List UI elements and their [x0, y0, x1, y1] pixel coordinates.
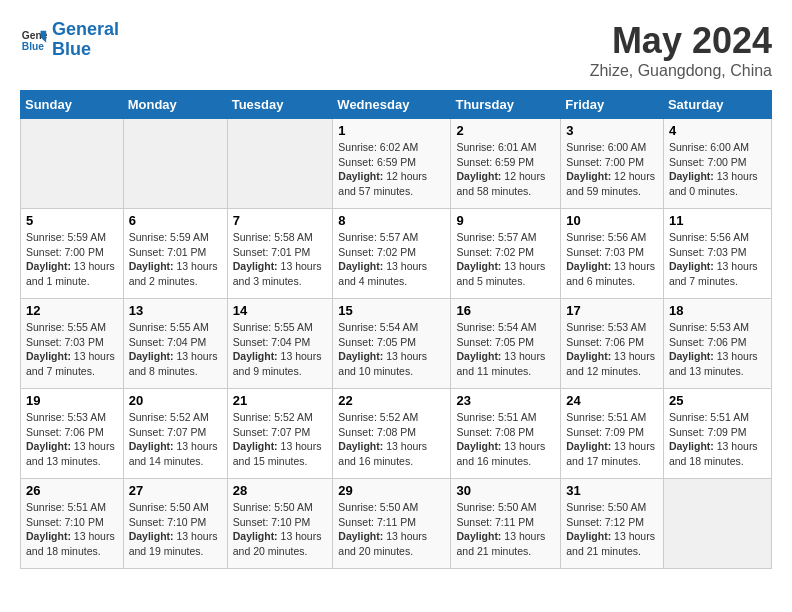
day-of-week-thursday: Thursday	[451, 91, 561, 119]
day-number: 19	[26, 393, 118, 408]
calendar-cell	[21, 119, 124, 209]
day-number: 25	[669, 393, 766, 408]
day-info: Sunrise: 5:59 AMSunset: 7:00 PMDaylight:…	[26, 230, 118, 289]
day-number: 13	[129, 303, 222, 318]
day-number: 12	[26, 303, 118, 318]
day-number: 21	[233, 393, 328, 408]
calendar-cell: 7Sunrise: 5:58 AMSunset: 7:01 PMDaylight…	[227, 209, 333, 299]
week-row-2: 5Sunrise: 5:59 AMSunset: 7:00 PMDaylight…	[21, 209, 772, 299]
day-number: 24	[566, 393, 658, 408]
day-info: Sunrise: 5:57 AMSunset: 7:02 PMDaylight:…	[456, 230, 555, 289]
calendar-cell: 15Sunrise: 5:54 AMSunset: 7:05 PMDayligh…	[333, 299, 451, 389]
day-number: 6	[129, 213, 222, 228]
svg-text:Blue: Blue	[22, 41, 45, 52]
day-number: 11	[669, 213, 766, 228]
day-info: Sunrise: 6:02 AMSunset: 6:59 PMDaylight:…	[338, 140, 445, 199]
calendar-cell: 25Sunrise: 5:51 AMSunset: 7:09 PMDayligh…	[663, 389, 771, 479]
day-number: 17	[566, 303, 658, 318]
day-number: 16	[456, 303, 555, 318]
calendar-cell: 31Sunrise: 5:50 AMSunset: 7:12 PMDayligh…	[561, 479, 664, 569]
calendar-cell: 8Sunrise: 5:57 AMSunset: 7:02 PMDaylight…	[333, 209, 451, 299]
day-info: Sunrise: 5:50 AMSunset: 7:11 PMDaylight:…	[338, 500, 445, 559]
day-info: Sunrise: 5:52 AMSunset: 7:07 PMDaylight:…	[233, 410, 328, 469]
day-info: Sunrise: 5:52 AMSunset: 7:07 PMDaylight:…	[129, 410, 222, 469]
calendar-cell: 18Sunrise: 5:53 AMSunset: 7:06 PMDayligh…	[663, 299, 771, 389]
day-number: 5	[26, 213, 118, 228]
day-info: Sunrise: 5:55 AMSunset: 7:03 PMDaylight:…	[26, 320, 118, 379]
calendar-cell: 5Sunrise: 5:59 AMSunset: 7:00 PMDaylight…	[21, 209, 124, 299]
calendar-cell: 24Sunrise: 5:51 AMSunset: 7:09 PMDayligh…	[561, 389, 664, 479]
day-number: 9	[456, 213, 555, 228]
day-number: 15	[338, 303, 445, 318]
calendar-cell: 29Sunrise: 5:50 AMSunset: 7:11 PMDayligh…	[333, 479, 451, 569]
day-number: 23	[456, 393, 555, 408]
day-info: Sunrise: 5:50 AMSunset: 7:12 PMDaylight:…	[566, 500, 658, 559]
day-info: Sunrise: 5:57 AMSunset: 7:02 PMDaylight:…	[338, 230, 445, 289]
day-info: Sunrise: 5:59 AMSunset: 7:01 PMDaylight:…	[129, 230, 222, 289]
day-number: 14	[233, 303, 328, 318]
calendar-cell: 17Sunrise: 5:53 AMSunset: 7:06 PMDayligh…	[561, 299, 664, 389]
subtitle: Zhize, Guangdong, China	[590, 62, 772, 80]
logo: General Blue GeneralBlue	[20, 20, 119, 60]
calendar-cell: 12Sunrise: 5:55 AMSunset: 7:03 PMDayligh…	[21, 299, 124, 389]
calendar-header: SundayMondayTuesdayWednesdayThursdayFrid…	[21, 91, 772, 119]
calendar-cell: 26Sunrise: 5:51 AMSunset: 7:10 PMDayligh…	[21, 479, 124, 569]
day-number: 1	[338, 123, 445, 138]
calendar-cell: 9Sunrise: 5:57 AMSunset: 7:02 PMDaylight…	[451, 209, 561, 299]
title-area: May 2024 Zhize, Guangdong, China	[590, 20, 772, 80]
day-info: Sunrise: 6:01 AMSunset: 6:59 PMDaylight:…	[456, 140, 555, 199]
day-info: Sunrise: 5:56 AMSunset: 7:03 PMDaylight:…	[669, 230, 766, 289]
day-of-week-tuesday: Tuesday	[227, 91, 333, 119]
day-number: 27	[129, 483, 222, 498]
calendar-cell: 16Sunrise: 5:54 AMSunset: 7:05 PMDayligh…	[451, 299, 561, 389]
header-row: SundayMondayTuesdayWednesdayThursdayFrid…	[21, 91, 772, 119]
week-row-5: 26Sunrise: 5:51 AMSunset: 7:10 PMDayligh…	[21, 479, 772, 569]
week-row-3: 12Sunrise: 5:55 AMSunset: 7:03 PMDayligh…	[21, 299, 772, 389]
day-number: 3	[566, 123, 658, 138]
day-number: 18	[669, 303, 766, 318]
calendar-cell: 27Sunrise: 5:50 AMSunset: 7:10 PMDayligh…	[123, 479, 227, 569]
calendar-cell: 3Sunrise: 6:00 AMSunset: 7:00 PMDaylight…	[561, 119, 664, 209]
day-of-week-saturday: Saturday	[663, 91, 771, 119]
day-of-week-wednesday: Wednesday	[333, 91, 451, 119]
day-number: 30	[456, 483, 555, 498]
day-number: 26	[26, 483, 118, 498]
day-info: Sunrise: 5:52 AMSunset: 7:08 PMDaylight:…	[338, 410, 445, 469]
day-info: Sunrise: 5:51 AMSunset: 7:09 PMDaylight:…	[566, 410, 658, 469]
day-info: Sunrise: 5:58 AMSunset: 7:01 PMDaylight:…	[233, 230, 328, 289]
day-number: 7	[233, 213, 328, 228]
calendar-cell	[123, 119, 227, 209]
day-info: Sunrise: 5:54 AMSunset: 7:05 PMDaylight:…	[456, 320, 555, 379]
day-info: Sunrise: 5:51 AMSunset: 7:09 PMDaylight:…	[669, 410, 766, 469]
day-of-week-sunday: Sunday	[21, 91, 124, 119]
calendar-cell: 19Sunrise: 5:53 AMSunset: 7:06 PMDayligh…	[21, 389, 124, 479]
day-info: Sunrise: 6:00 AMSunset: 7:00 PMDaylight:…	[566, 140, 658, 199]
day-info: Sunrise: 6:00 AMSunset: 7:00 PMDaylight:…	[669, 140, 766, 199]
calendar-cell: 23Sunrise: 5:51 AMSunset: 7:08 PMDayligh…	[451, 389, 561, 479]
day-number: 4	[669, 123, 766, 138]
calendar-cell: 11Sunrise: 5:56 AMSunset: 7:03 PMDayligh…	[663, 209, 771, 299]
day-of-week-monday: Monday	[123, 91, 227, 119]
calendar-cell	[663, 479, 771, 569]
day-info: Sunrise: 5:54 AMSunset: 7:05 PMDaylight:…	[338, 320, 445, 379]
week-row-1: 1Sunrise: 6:02 AMSunset: 6:59 PMDaylight…	[21, 119, 772, 209]
calendar-cell: 22Sunrise: 5:52 AMSunset: 7:08 PMDayligh…	[333, 389, 451, 479]
day-number: 31	[566, 483, 658, 498]
calendar-cell: 6Sunrise: 5:59 AMSunset: 7:01 PMDaylight…	[123, 209, 227, 299]
day-number: 22	[338, 393, 445, 408]
day-number: 10	[566, 213, 658, 228]
calendar-body: 1Sunrise: 6:02 AMSunset: 6:59 PMDaylight…	[21, 119, 772, 569]
calendar-cell: 21Sunrise: 5:52 AMSunset: 7:07 PMDayligh…	[227, 389, 333, 479]
calendar-cell: 30Sunrise: 5:50 AMSunset: 7:11 PMDayligh…	[451, 479, 561, 569]
day-info: Sunrise: 5:55 AMSunset: 7:04 PMDaylight:…	[129, 320, 222, 379]
day-info: Sunrise: 5:53 AMSunset: 7:06 PMDaylight:…	[669, 320, 766, 379]
main-title: May 2024	[590, 20, 772, 62]
day-info: Sunrise: 5:51 AMSunset: 7:08 PMDaylight:…	[456, 410, 555, 469]
day-info: Sunrise: 5:50 AMSunset: 7:10 PMDaylight:…	[129, 500, 222, 559]
day-info: Sunrise: 5:50 AMSunset: 7:10 PMDaylight:…	[233, 500, 328, 559]
calendar-cell	[227, 119, 333, 209]
logo-icon: General Blue	[20, 26, 48, 54]
calendar-cell: 1Sunrise: 6:02 AMSunset: 6:59 PMDaylight…	[333, 119, 451, 209]
day-number: 2	[456, 123, 555, 138]
day-of-week-friday: Friday	[561, 91, 664, 119]
